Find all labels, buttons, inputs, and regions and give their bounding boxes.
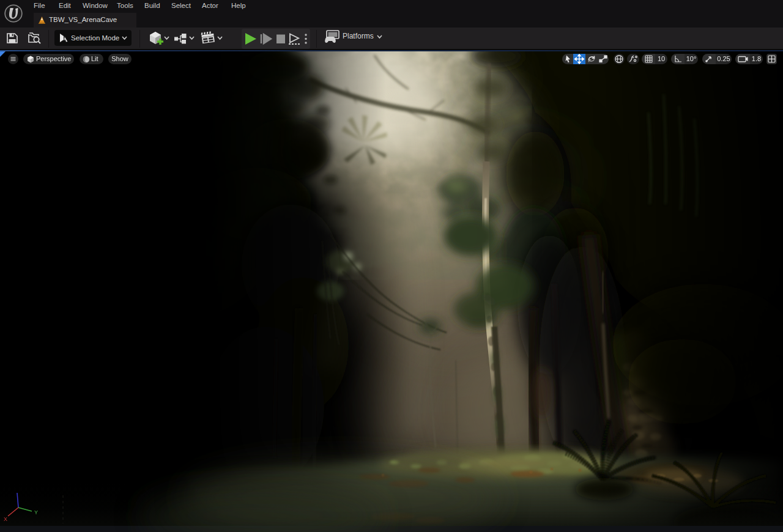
svg-text:Y: Y bbox=[34, 509, 38, 515]
svg-text:X: X bbox=[4, 516, 7, 522]
